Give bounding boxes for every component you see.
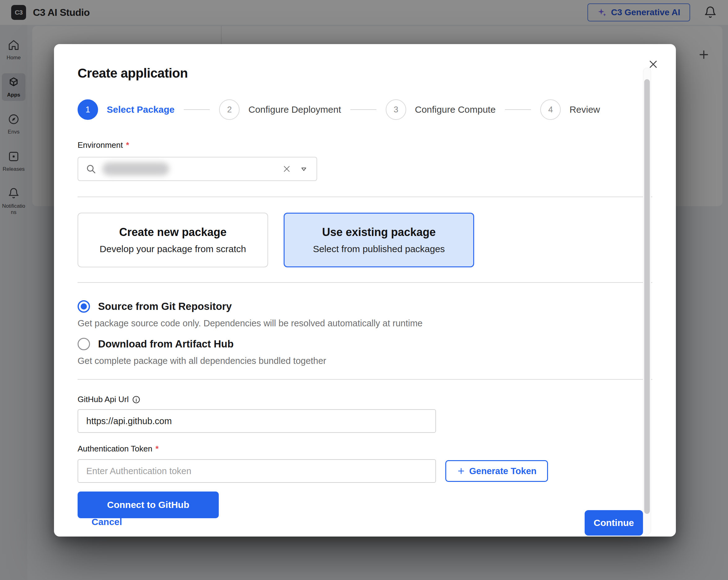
modal-scrollbar-track[interactable] [643,68,651,535]
create-new-package-card[interactable]: Create new package Develop your package … [78,213,268,267]
radio-label: Download from Artifact Hub [98,338,234,350]
chevron-down-icon[interactable] [298,163,309,174]
radio-label: Source from Git Repository [98,301,232,312]
step-label: Review [569,104,600,115]
radio-selected-icon[interactable] [78,300,90,313]
modal-scrollbar-thumb[interactable] [644,79,650,514]
step-label: Configure Compute [415,104,496,115]
step-configure-compute[interactable]: 3 Configure Compute [386,99,496,120]
divider [78,282,652,283]
continue-button[interactable]: Continue [584,510,643,536]
required-asterisk: * [155,444,159,454]
auth-token-input[interactable] [78,459,436,483]
step-connector [505,109,531,110]
environment-label-text: Environment [78,140,123,150]
step-number: 1 [78,99,98,120]
auth-token-row: Generate Token [78,459,652,483]
redacted-environment-value [102,162,169,175]
auth-token-label: Authentication Token * [78,444,652,454]
step-label: Select Package [107,104,174,115]
github-api-url-input[interactable] [78,409,436,433]
cancel-button[interactable]: Cancel [92,516,122,527]
search-icon [86,163,96,174]
plus-icon [457,467,466,475]
step-select-package[interactable]: 1 Select Package [78,99,174,120]
use-existing-package-card[interactable]: Use existing package Select from publish… [284,213,474,267]
connect-to-github-button[interactable]: Connect to GitHub [78,491,219,518]
divider [78,379,652,380]
step-number: 2 [219,99,239,120]
divider [78,197,652,197]
card-title: Use existing package [322,226,436,239]
step-label: Configure Deployment [248,104,341,115]
info-icon[interactable] [132,395,140,404]
screen: C3 C3 AI Studio C3 Generative AI [0,0,728,580]
auth-token-label-text: Authentication Token [78,444,152,454]
step-number: 4 [540,99,561,120]
github-api-url-label: GitHub Api Url [78,395,652,404]
stepper: 1 Select Package 2 Configure Deployment … [78,99,652,120]
radio-description: Get complete package with all dependenci… [78,356,652,366]
card-subtitle: Select from published packages [313,244,445,254]
modal-title: Create application [78,66,652,81]
clear-icon[interactable] [281,163,292,175]
radio-description: Get package source code only. Dependenci… [78,318,652,328]
radio-artifact-hub[interactable]: Download from Artifact Hub [78,338,652,350]
required-asterisk: * [126,140,129,150]
github-api-url-label-text: GitHub Api Url [78,395,129,404]
create-application-modal: Create application 1 Select Package 2 Co… [54,44,676,536]
step-review[interactable]: 4 Review [540,99,600,120]
radio-unselected-icon[interactable] [78,338,90,350]
generate-token-button[interactable]: Generate Token [445,460,548,482]
generate-token-label: Generate Token [469,466,537,476]
step-connector [184,109,210,110]
step-connector [350,109,376,110]
card-title: Create new package [119,226,227,239]
step-configure-deployment[interactable]: 2 Configure Deployment [219,99,341,120]
card-subtitle: Develop your package from scratch [100,244,246,254]
environment-select[interactable] [78,157,317,181]
radio-source-git[interactable]: Source from Git Repository [78,300,652,313]
environment-label: Environment * [78,140,652,150]
package-cards: Create new package Develop your package … [78,213,652,267]
step-number: 3 [386,99,406,120]
